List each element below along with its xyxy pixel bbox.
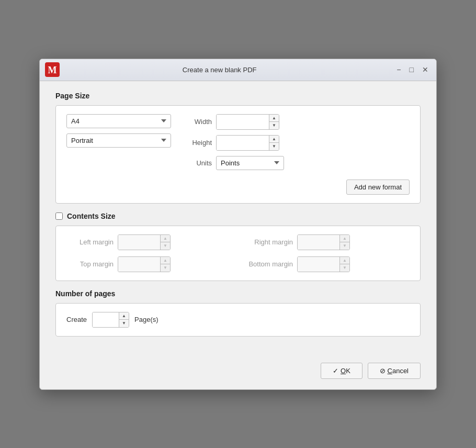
height-spinner-buttons: ▲ ▼ (269, 136, 279, 150)
bottom-margin-input[interactable]: 0.00 pt (298, 257, 339, 272)
left-margin-row: Left margin 0.00 pt ▲ ▼ (66, 234, 230, 250)
left-margin-buttons: ▲ ▼ (160, 235, 170, 250)
right-margin-buttons: ▲ ▼ (339, 235, 349, 250)
add-format-row: Add new format (187, 177, 410, 195)
pages-panel: Create 1 ▲ ▼ Page(s) (55, 303, 421, 337)
units-row: Units Points Inches Millimeters Centimet… (187, 156, 410, 170)
contents-size-checkbox[interactable] (55, 212, 63, 220)
left-margin-down-button[interactable]: ▼ (161, 242, 170, 250)
top-margin-up-button[interactable]: ▲ (161, 257, 170, 264)
dimensions-col: Width 595.00 pt ▲ ▼ Height 842.00 pt (187, 114, 410, 195)
bottom-margin-spinner: 0.00 pt ▲ ▼ (297, 256, 350, 272)
pages-section-title: Number of pages (55, 289, 421, 298)
right-margin-up-button[interactable]: ▲ (340, 235, 349, 242)
units-label: Units (187, 159, 212, 167)
top-margin-row: Top margin 0.00 pt ▲ ▼ (66, 256, 230, 272)
close-button[interactable]: ✕ (420, 64, 431, 75)
right-margin-spinner: 0.00 pt ▲ ▼ (297, 234, 350, 250)
width-spinner-buttons: ▲ ▼ (269, 115, 279, 129)
bottom-margin-row: Bottom margin 0.00 pt ▲ ▼ (246, 256, 410, 272)
height-up-button[interactable]: ▲ (269, 136, 279, 143)
top-margin-spinner: 0.00 pt ▲ ▼ (118, 256, 171, 272)
width-up-button[interactable]: ▲ (269, 115, 279, 122)
format-orientation-col: A4 Letter Legal A3 A5 Portrait Landscape (66, 114, 171, 148)
height-input[interactable]: 842.00 pt (217, 136, 269, 150)
orientation-select[interactable]: Portrait Landscape (66, 133, 171, 148)
maximize-button[interactable]: □ (407, 64, 416, 75)
right-margin-down-button[interactable]: ▼ (340, 242, 349, 250)
minimize-button[interactable]: − (394, 64, 403, 75)
left-margin-up-button[interactable]: ▲ (161, 235, 170, 242)
titlebar: M Create a new blank PDF − □ ✕ (40, 59, 436, 81)
window-controls: − □ ✕ (394, 64, 431, 75)
height-row: Height 842.00 pt ▲ ▼ (187, 135, 410, 151)
pages-spinner: 1 ▲ ▼ (92, 312, 129, 328)
dialog-content: Page Size A4 Letter Legal A3 A5 Portrait… (40, 81, 436, 357)
svg-text:M: M (48, 65, 57, 75)
units-select[interactable]: Points Inches Millimeters Centimeters (216, 156, 284, 170)
pages-unit-label: Page(s) (134, 316, 158, 323)
bottom-margin-label: Bottom margin (246, 260, 293, 268)
left-margin-label: Left margin (66, 238, 114, 246)
top-margin-input[interactable]: 0.00 pt (118, 257, 160, 272)
height-spinner: 842.00 pt ▲ ▼ (216, 135, 279, 151)
right-margin-row: Right margin 0.00 pt ▲ ▼ (246, 234, 410, 250)
width-input[interactable]: 595.00 pt (217, 115, 269, 129)
dialog: M Create a new blank PDF − □ ✕ Page Size… (39, 59, 437, 390)
pages-up-button[interactable]: ▲ (119, 312, 129, 320)
add-format-button[interactable]: Add new format (346, 180, 410, 195)
width-down-button[interactable]: ▼ (269, 122, 279, 129)
width-row: Width 595.00 pt ▲ ▼ (187, 114, 410, 130)
ok-button[interactable]: ✓ OK (321, 363, 362, 379)
height-label: Height (187, 139, 212, 147)
bottom-margin-up-button[interactable]: ▲ (340, 257, 349, 264)
cancel-icon: ⊘ (380, 367, 388, 375)
ok-icon: ✓ (333, 367, 341, 375)
pages-row: Create 1 ▲ ▼ Page(s) (66, 312, 410, 328)
app-logo: M (45, 62, 60, 77)
contents-size-panel: Left margin 0.00 pt ▲ ▼ Right margin 0.0… (55, 226, 421, 281)
bottom-margin-down-button[interactable]: ▼ (340, 264, 349, 272)
dialog-title: Create a new blank PDF (66, 66, 373, 74)
page-size-panel: A4 Letter Legal A3 A5 Portrait Landscape… (55, 105, 421, 204)
height-down-button[interactable]: ▼ (269, 143, 279, 150)
top-margin-buttons: ▲ ▼ (160, 257, 170, 272)
margins-grid: Left margin 0.00 pt ▲ ▼ Right margin 0.0… (66, 234, 410, 272)
contents-size-title: Contents Size (67, 212, 116, 220)
width-spinner: 595.00 pt ▲ ▼ (216, 114, 279, 130)
contents-size-header: Contents Size (55, 212, 421, 220)
top-margin-label: Top margin (66, 260, 114, 268)
cancel-button[interactable]: ⊘ Cancel (368, 363, 421, 379)
page-size-title: Page Size (55, 92, 421, 100)
right-margin-input[interactable]: 0.00 pt (298, 235, 339, 250)
page-size-grid: A4 Letter Legal A3 A5 Portrait Landscape… (66, 114, 410, 195)
pages-spinner-buttons: ▲ ▼ (119, 312, 129, 327)
top-margin-down-button[interactable]: ▼ (161, 264, 170, 272)
pages-down-button[interactable]: ▼ (119, 320, 129, 327)
dialog-footer: ✓ OK ⊘ Cancel (40, 357, 436, 389)
width-label: Width (187, 118, 212, 126)
left-margin-input[interactable]: 0.00 pt (118, 235, 160, 250)
pages-input[interactable]: 1 (93, 312, 119, 327)
bottom-margin-buttons: ▲ ▼ (339, 257, 349, 272)
format-select[interactable]: A4 Letter Legal A3 A5 (66, 114, 171, 128)
right-margin-label: Right margin (246, 238, 293, 246)
create-label: Create (66, 316, 87, 323)
left-margin-spinner: 0.00 pt ▲ ▼ (118, 234, 171, 250)
